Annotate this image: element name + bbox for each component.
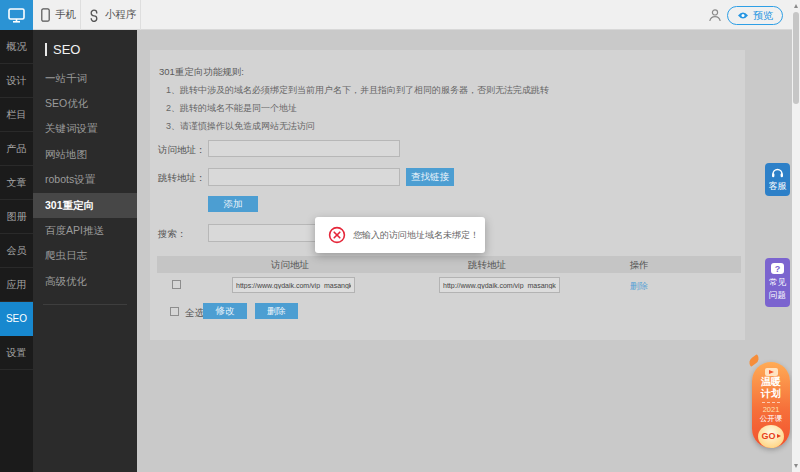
submenu-item-label: 301重定向 xyxy=(45,199,94,213)
sidebar-item-label: 栏目 xyxy=(7,108,27,122)
phone-icon xyxy=(41,8,50,22)
submenu-item-label: 百度API推送 xyxy=(45,224,104,238)
select-all-label: 全选 xyxy=(185,307,204,320)
sidebar-item-label: 文章 xyxy=(7,176,27,190)
submenu-item-label: SEO优化 xyxy=(45,97,88,111)
toast-message: 您输入的访问地址域名未绑定！ xyxy=(353,229,479,242)
submenu-divider xyxy=(43,304,127,305)
row-delete-link[interactable]: 删除 xyxy=(602,280,676,293)
col-action: 操作 xyxy=(602,259,676,272)
modify-button[interactable]: 修改 xyxy=(203,303,247,319)
customer-service-button[interactable]: 客服 xyxy=(765,163,790,196)
sidebar-item-albums[interactable]: 图册 xyxy=(0,200,33,234)
scroll-down-arrow-icon[interactable] xyxy=(794,464,798,468)
promo-line1: 温暖 xyxy=(761,376,781,388)
sidebar-item-apps[interactable]: 应用 xyxy=(0,268,33,302)
visit-address-input[interactable] xyxy=(208,140,400,157)
topbar: 手机 小程序 预览 xyxy=(0,0,800,30)
submenu-item-label: 一站千词 xyxy=(45,72,87,86)
sidebar-item-label: 产品 xyxy=(7,142,27,156)
user-icon xyxy=(708,8,722,22)
promo-go-button[interactable]: GO xyxy=(758,425,784,448)
submenu-item-label: 网站地图 xyxy=(45,148,87,162)
delete-button[interactable]: 删除 xyxy=(255,303,298,319)
sidebar-item-label: 概况 xyxy=(7,40,27,54)
sidebar-item-products[interactable]: 产品 xyxy=(0,132,33,166)
promo-go-label: GO xyxy=(761,431,775,441)
sidebar-item-design[interactable]: 设计 xyxy=(0,64,33,98)
preview-button[interactable]: 预览 xyxy=(727,6,783,25)
rule-3: 3、请谨慎操作以免造成网站无法访问 xyxy=(166,120,315,133)
sidebar-item-seo[interactable]: SEO xyxy=(0,302,33,336)
faq-label-line1: 常见 xyxy=(769,277,786,289)
tab-miniprogram[interactable]: 小程序 xyxy=(88,0,137,30)
error-circle-x-icon xyxy=(328,226,346,244)
sidebar-item-label: 会员 xyxy=(7,244,27,258)
search-label: 搜索： xyxy=(158,228,187,241)
preview-label: 预览 xyxy=(753,9,773,23)
promo-course: 公开课 xyxy=(760,414,783,423)
submenu-item-crawler-log[interactable]: 爬虫日志 xyxy=(33,244,137,269)
customer-service-label: 客服 xyxy=(769,180,787,193)
row-redirect-url-input[interactable] xyxy=(439,277,560,293)
sidebar-item-label: 设计 xyxy=(7,74,27,88)
submenu-item-label: robots设置 xyxy=(45,173,95,187)
faq-button[interactable]: ? 常见 问题 xyxy=(765,258,790,307)
sidebar-item-articles[interactable]: 文章 xyxy=(0,166,33,200)
user-account-button[interactable] xyxy=(708,8,722,22)
select-all-checkbox[interactable] xyxy=(170,307,179,316)
sidebar-item-overview[interactable]: 概况 xyxy=(0,30,33,64)
sidebar-item-label: SEO xyxy=(6,313,27,324)
rule-2: 2、跳转的域名不能是同一个地址 xyxy=(166,102,297,115)
submenu-item-baidu-api-push[interactable]: 百度API推送 xyxy=(33,218,137,243)
submenu-title: SEO xyxy=(45,42,137,57)
promo-divider xyxy=(762,402,780,403)
table-row: 删除 xyxy=(157,273,741,297)
redirect-panel: 301重定向功能规则: 1、跳转中涉及的域名必须绑定到当前用户名下，并且指向到了… xyxy=(150,50,745,340)
submenu-item-seo-optimize[interactable]: SEO优化 xyxy=(33,91,137,116)
visit-address-label: 访问地址： xyxy=(158,144,206,157)
submenu-item-301-redirect[interactable]: 301重定向 xyxy=(33,193,137,218)
miniprogram-icon xyxy=(88,9,100,22)
table-header: 访问地址 跳转地址 操作 xyxy=(157,256,741,273)
rules-title: 301重定向功能规则: xyxy=(159,66,244,79)
scroll-up-arrow-icon[interactable] xyxy=(794,4,798,8)
submenu-item-one-site-keywords[interactable]: 一站千词 xyxy=(33,66,137,91)
play-triangle-icon xyxy=(777,434,781,438)
sidebar-item-columns[interactable]: 栏目 xyxy=(0,98,33,132)
topbar-divider xyxy=(140,0,141,30)
sidebar-item-label: 图册 xyxy=(7,210,27,224)
add-button[interactable]: 添加 xyxy=(208,196,258,212)
pc-site-logo[interactable] xyxy=(0,0,33,30)
col-redirect-address: 跳转地址 xyxy=(427,259,547,272)
submenu-item-label: 高级优化 xyxy=(45,275,87,289)
redirect-address-input[interactable] xyxy=(208,168,400,186)
sidebar-item-label: 设置 xyxy=(7,346,27,360)
submenu-item-robots[interactable]: robots设置 xyxy=(33,168,137,193)
eye-icon xyxy=(737,11,749,20)
submenu-item-advanced-optimize[interactable]: 高级优化 xyxy=(33,269,137,294)
promo-badge[interactable]: 温暖 计划 2021 公开课 GO xyxy=(752,362,790,448)
submenu-item-keyword-settings[interactable]: 关键词设置 xyxy=(33,117,137,142)
seo-submenu: SEO 一站千词 SEO优化 关键词设置 网站地图 robots设置 301重定… xyxy=(33,30,137,472)
headset-icon xyxy=(771,167,784,178)
row-checkbox[interactable] xyxy=(172,280,181,289)
submenu-item-sitemap[interactable]: 网站地图 xyxy=(33,142,137,167)
promo-line2: 计划 xyxy=(761,388,781,400)
rule-1: 1、跳转中涉及的域名必须绑定到当前用户名下，并且指向到了相同的服务器，否则无法完… xyxy=(166,84,549,97)
find-link-button[interactable]: 查找链接 xyxy=(406,168,454,186)
monitor-icon xyxy=(8,8,25,23)
sidebar-item-settings[interactable]: 设置 xyxy=(0,336,33,370)
sidebar-item-members[interactable]: 会员 xyxy=(0,234,33,268)
redirect-address-label: 跳转地址： xyxy=(158,172,206,185)
page-scrollbar[interactable] xyxy=(792,0,800,472)
question-icon: ? xyxy=(771,263,784,274)
tab-miniprogram-label: 小程序 xyxy=(105,8,137,22)
topbar-divider xyxy=(80,0,81,30)
scrollbar-thumb[interactable] xyxy=(793,12,799,104)
col-visit-address: 访问地址 xyxy=(230,259,350,272)
tab-mobile[interactable]: 手机 xyxy=(41,0,76,30)
promo-year: 2021 xyxy=(763,405,780,414)
video-camera-icon xyxy=(765,368,778,376)
row-visit-url-input[interactable] xyxy=(232,277,355,293)
